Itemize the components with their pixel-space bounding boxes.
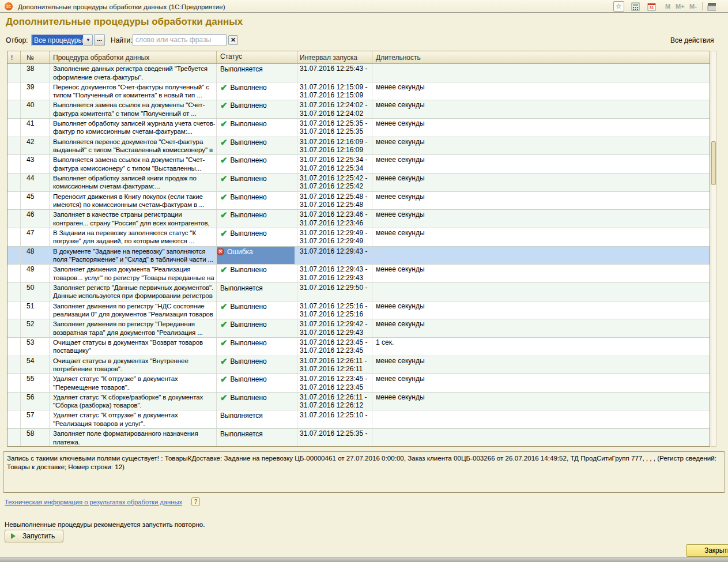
row-status: Выполняется (217, 64, 297, 82)
table-row[interactable]: 40Выполняется замена ссылок на документы… (7, 100, 710, 119)
table-row[interactable]: 42Выполняется перенос документов "Счет-ф… (7, 137, 710, 156)
row-number: 52 (21, 319, 50, 337)
table-row[interactable]: 50Заполняет регистр "Данные первичных до… (7, 283, 710, 301)
status-text: Выполнено (231, 394, 267, 402)
table-row[interactable]: 38Заполнение данных регистра сведений "Т… (7, 64, 710, 82)
row-procedure: Удаляет статус "К отгрузке" в документах… (50, 410, 217, 428)
row-number: 47 (21, 228, 50, 246)
status-text: Выполнено (231, 320, 267, 329)
search-input[interactable]: слово или часть фразы (133, 34, 227, 46)
table-row[interactable]: 56Удаляет статус "К сборке/разборке" в д… (7, 393, 710, 411)
row-duration: менее секунды (372, 192, 710, 210)
row-status: ✔Выполнено (217, 82, 297, 100)
row-flag-cell (7, 301, 21, 319)
success-check-icon: ✔ (220, 320, 228, 328)
success-check-icon: ✔ (220, 84, 228, 91)
close-button[interactable]: Закрыть (686, 544, 728, 557)
success-check-icon: ✔ (220, 229, 228, 237)
table-row[interactable]: 44Выполняет обработку записей книги прод… (7, 173, 710, 192)
column-procedure[interactable]: Процедура обработки данных (50, 51, 217, 63)
row-flag-cell (7, 155, 21, 173)
table-row[interactable]: 53Очищает статусы в документах "Возврат … (7, 338, 710, 356)
table-row[interactable]: 51Заполняет движения по регистру "НДС со… (7, 301, 710, 320)
window-titlebar: 1С Дополнительные процедуры обработки да… (0, 0, 728, 13)
scrollbar-thumb[interactable] (711, 141, 716, 185)
table-row[interactable]: 41Выполняет обработку записей журнала уч… (7, 119, 710, 137)
window-bottom-edge (0, 557, 728, 562)
row-procedure: Заполняет движения по регистру "Переданн… (50, 319, 217, 337)
table-row[interactable]: 57Удаляет статус "К отгрузке" в документ… (7, 410, 710, 429)
status-text: Выполнено (231, 175, 267, 183)
status-text: Выполняется (220, 284, 263, 293)
row-flag-cell (7, 210, 21, 228)
row-flag-cell (7, 64, 21, 82)
row-flag-cell (7, 393, 21, 410)
success-check-icon: ✔ (220, 156, 228, 164)
row-procedure: Удаляет статус "К сборке/разборке" в док… (50, 393, 217, 410)
calculator-icon[interactable] (631, 2, 640, 11)
printer-icon[interactable] (707, 2, 716, 11)
status-text: Выполняется (220, 430, 263, 439)
row-flag-cell (7, 283, 21, 301)
table-row[interactable]: 46Заполняет в качестве страны регистраци… (7, 210, 710, 228)
filter-more-button[interactable]: ... (94, 34, 105, 46)
table-row[interactable]: 48В документе "Задание на перевозку" зап… (7, 247, 710, 265)
row-procedure: Выполняется замена ссылок на документы "… (50, 100, 217, 118)
column-duration[interactable]: Длительность (372, 51, 710, 63)
tech-info-link[interactable]: Техническая информация о результатах обр… (5, 499, 182, 506)
row-procedure: Удаляет статус "К отгрузке" в документах… (50, 374, 217, 392)
row-number: 43 (21, 155, 50, 173)
vertical-scrollbar[interactable] (711, 51, 716, 447)
chevron-down-icon[interactable]: ▼ (84, 35, 92, 46)
table-row[interactable]: 58Заполняет поле форматированного назнач… (7, 429, 710, 447)
table-row[interactable]: 47В Задании на перевозку заполняются ста… (7, 228, 710, 247)
favorites-star-icon[interactable]: ☆ (613, 1, 624, 12)
status-text: Выполнено (231, 339, 267, 348)
status-text: Выполнено (231, 138, 267, 147)
table-row[interactable]: 54Очищает статусы в документах "Внутренн… (7, 356, 710, 375)
status-text: Выполнено (231, 84, 267, 92)
row-number: 54 (21, 356, 50, 374)
status-text: Выполнено (231, 120, 267, 129)
memory-m-button[interactable]: M (665, 3, 670, 10)
row-flag-cell (7, 319, 21, 337)
row-number: 56 (21, 393, 50, 410)
status-text: Выполнено (231, 303, 267, 311)
success-check-icon: ✔ (220, 394, 228, 401)
column-interval[interactable]: Интервал запуска (297, 51, 372, 63)
column-status[interactable]: Статус (217, 51, 297, 63)
table-row[interactable]: 55Удаляет статус "К отгрузке" в документ… (7, 374, 710, 393)
memory-mminus-button[interactable]: M- (689, 3, 697, 10)
all-actions-button[interactable]: Все действия (670, 36, 714, 44)
table-row[interactable]: 39Перенос документов "Счет-фактуры получ… (7, 82, 710, 101)
row-status: ✔Выполнено (217, 192, 297, 210)
calendar-icon[interactable]: 31 (647, 2, 656, 11)
memory-mplus-button[interactable]: M+ (676, 3, 685, 10)
run-button[interactable]: Запустить (5, 530, 63, 542)
column-number[interactable]: № (21, 51, 50, 63)
status-text: Выполнено (231, 375, 267, 384)
table-row[interactable]: 49Заполняет движения документа "Реализац… (7, 265, 710, 283)
selected-status-cell: ✕Ошибка (217, 247, 295, 265)
clear-search-icon[interactable]: ✕ (228, 35, 238, 45)
row-interval: 31.07.2016 12:25:43 - (297, 64, 372, 82)
table-row[interactable]: 45Переносит движения в Книгу покупок (ес… (7, 192, 710, 210)
row-flag-cell (7, 82, 21, 100)
row-duration (372, 410, 710, 428)
column-flag[interactable]: ! (7, 51, 21, 63)
status-text: Выполняется (220, 412, 263, 420)
row-procedure: Выполняет обработку записей книги продаж… (50, 173, 217, 191)
help-icon[interactable]: ? (191, 497, 200, 506)
row-procedure: Очищает статусы в документах "Возврат то… (50, 338, 217, 356)
row-interval: 31.07.2016 12:25:34 -31.07.2016 12:25:34 (297, 155, 372, 173)
table-row[interactable]: 43Выполняется замена ссылок на документы… (7, 155, 710, 173)
row-interval: 31.07.2016 12:25:16 -31.07.2016 12:25:16 (297, 301, 372, 319)
row-flag-cell (7, 119, 21, 137)
row-status: ✔Выполнено (217, 137, 297, 155)
row-number: 50 (21, 283, 50, 301)
row-procedure: Заполняет поле форматированного назначен… (50, 429, 217, 447)
row-number: 46 (21, 210, 50, 228)
table-row[interactable]: 52Заполняет движения по регистру "Переда… (7, 319, 710, 338)
filter-combobox[interactable]: Все процедуры ▼ (31, 34, 93, 46)
page-title: Дополнительные процедуры обработки данны… (6, 16, 243, 28)
